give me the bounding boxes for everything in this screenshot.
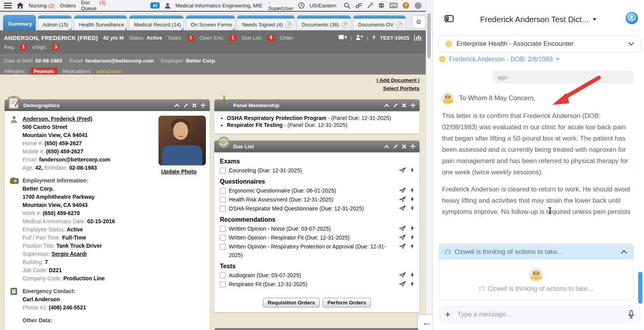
external-link-icon[interactable] (396, 21, 403, 28)
ai-badge[interactable]: AI (150, 2, 160, 9)
send-plane-icon[interactable] (399, 188, 406, 193)
link-icon[interactable] (355, 3, 362, 9)
order-link[interactable]: Order (280, 35, 293, 41)
tab-documents[interactable]: Documents (36) (297, 15, 351, 30)
microphone-icon[interactable] (628, 310, 634, 319)
send-plane-icon[interactable] (399, 196, 406, 202)
tab-health-surveillance[interactable]: Health Surveillance (74, 15, 127, 30)
chart-icon[interactable] (413, 34, 422, 42)
patient-context-dropdown[interactable]: Frederick Anderson - DOB: 2/8/1983 (439, 56, 560, 63)
bolt-icon[interactable] (411, 226, 414, 231)
bolt-icon[interactable] (411, 188, 414, 193)
move-icon[interactable] (410, 144, 416, 149)
add-person-icon[interactable] (356, 35, 363, 41)
timezone-label[interactable]: US/Eastern (310, 3, 336, 9)
assistant-scrollbar-thumb[interactable] (638, 272, 642, 304)
message-input[interactable] (456, 310, 622, 319)
due-list-header[interactable]: Due List (214, 141, 419, 152)
menu-nursing[interactable]: Nursing (2) (29, 3, 55, 9)
bolt-icon[interactable] (411, 205, 414, 211)
tab-summary[interactable]: Summary (3, 15, 36, 30)
bolt-icon[interactable] (411, 281, 414, 287)
collapse-icon[interactable] (384, 104, 389, 107)
organization-name[interactable]: Medical Informatics Engineering, MIE (176, 3, 263, 9)
attach-plus-icon[interactable]: + (445, 310, 450, 319)
send-plane-icon[interactable] (399, 167, 406, 173)
supervisor-link[interactable]: Sergio Acardi (52, 251, 87, 257)
allergy-badge[interactable]: Peanuts (30, 68, 58, 75)
wand-icon[interactable] (367, 2, 373, 9)
select-portlets-link[interactable]: Select Portlets (383, 85, 419, 91)
close-icon[interactable] (192, 103, 197, 108)
edit-pencil-icon[interactable] (393, 103, 398, 108)
scrollbar-thumb[interactable] (427, 13, 431, 58)
avatar-circle[interactable] (414, 2, 422, 9)
ozwell-logo[interactable] (625, 12, 638, 26)
tab-medical-record[interactable]: Medical Record (14) (129, 15, 184, 30)
checkbox[interactable] (220, 235, 226, 241)
hamburger-menu-icon[interactable] (4, 2, 12, 9)
perform-orders-button[interactable]: Perform Orders (323, 298, 371, 307)
update-photo-link[interactable]: Update Photo (161, 168, 197, 176)
home-icon[interactable] (17, 2, 24, 9)
send-plane-icon[interactable] (399, 226, 406, 231)
bolt-icon[interactable] (411, 243, 414, 249)
tab-documents-dv[interactable]: Documents-DV (353, 15, 406, 30)
send-plane-icon[interactable] (399, 234, 406, 240)
collapse-icon[interactable] (174, 104, 179, 107)
move-icon[interactable] (410, 102, 416, 108)
tasks-count-badge[interactable]: 1 (187, 35, 195, 41)
send-plane-icon[interactable] (399, 205, 406, 211)
send-plane-icon[interactable] (399, 243, 406, 249)
esign-count-badge[interactable]: 3 (52, 44, 60, 50)
move-icon[interactable] (200, 102, 206, 108)
add-document-link[interactable]: | Add Document | (376, 77, 419, 83)
checkbox[interactable] (220, 244, 226, 250)
close-icon[interactable] (402, 144, 406, 149)
checkbox[interactable] (220, 273, 226, 278)
bolt-icon[interactable] (411, 272, 414, 278)
tab-needs-signed[interactable]: Needs Signed (4) (237, 15, 295, 30)
tab-on-screen-forms[interactable]: On Screen Forms (186, 15, 235, 30)
main-scrollbar[interactable] (426, 0, 432, 330)
checkbox[interactable] (220, 281, 226, 287)
due-list-count-badge[interactable]: 9 (267, 35, 275, 41)
video-camera-icon[interactable] (339, 35, 346, 41)
checkbox[interactable] (220, 206, 226, 212)
bolt-icon[interactable] (411, 167, 414, 173)
bolt-icon[interactable] (411, 234, 414, 240)
chevron-up-icon[interactable] (621, 250, 627, 254)
thinking-banner[interactable]: Ozwell is thinking of actions to take... (439, 244, 634, 260)
requisition-orders-button[interactable]: Requisition Orders (263, 298, 320, 307)
menu-orders[interactable]: Orders (60, 3, 76, 9)
tab-settings-gear-icon[interactable]: ⚙ (412, 16, 426, 28)
encounter-selector[interactable]: Enterprise Health - Associate Encounter (439, 35, 641, 52)
external-link-icon[interactable] (342, 21, 348, 28)
external-link-icon[interactable] (285, 21, 292, 28)
send-plane-icon[interactable] (399, 281, 406, 287)
keyboard-icon[interactable] (390, 3, 397, 8)
medication-value[interactable]: alprazolam (96, 68, 122, 74)
conversation-title-dropdown[interactable]: Frederick Anderson Test Dict... (480, 15, 597, 24)
edit-pencil-icon[interactable] (393, 144, 398, 149)
edit-pencil-icon[interactable] (183, 103, 188, 108)
panel-toggle-icon[interactable] (444, 15, 454, 24)
bolt-icon[interactable] (411, 196, 414, 202)
help-icon[interactable]: ? (402, 2, 409, 9)
checkbox[interactable] (220, 197, 226, 203)
search-icon[interactable] (344, 2, 350, 9)
checkbox[interactable] (220, 226, 226, 232)
checkbox[interactable] (220, 188, 226, 194)
lightning-icon[interactable] (372, 34, 376, 41)
close-icon[interactable] (402, 103, 406, 108)
globe-icon[interactable] (378, 2, 385, 9)
collapse-icon[interactable] (384, 145, 389, 148)
demographics-portlet-header[interactable]: Demographics (5, 99, 210, 111)
patient-name-link[interactable]: Anderson, Frederick (Fred) (23, 116, 92, 122)
open-enc-count-badge[interactable]: 1 (229, 35, 237, 41)
tab-admin[interactable]: Admin (15) (38, 15, 72, 30)
req-count-badge[interactable]: 1 (20, 44, 28, 50)
menu-doc-queue[interactable]: Doc Queue (3) (81, 0, 106, 11)
checkbox[interactable] (220, 168, 226, 174)
send-plane-icon[interactable] (399, 272, 406, 278)
